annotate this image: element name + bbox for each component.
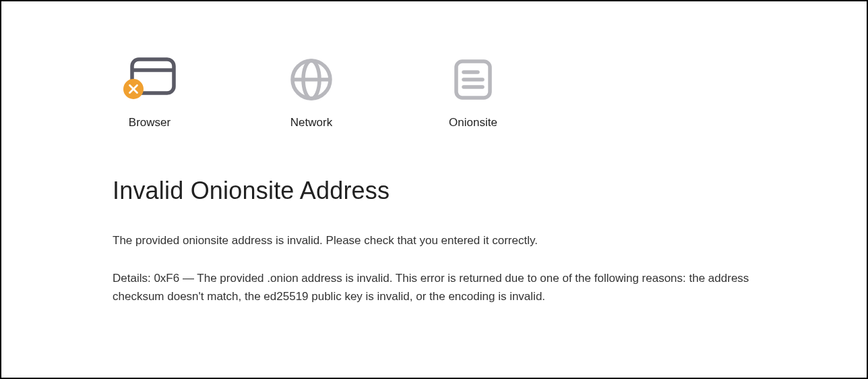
document-icon bbox=[451, 55, 495, 104]
browser-icon bbox=[123, 55, 177, 104]
status-icon-row: Browser Network Onionsite bbox=[113, 55, 759, 129]
onionsite-status: Onionsite bbox=[436, 55, 510, 129]
browser-status: Browser bbox=[113, 55, 187, 129]
network-status: Network bbox=[274, 55, 348, 129]
error-title: Invalid Onionsite Address bbox=[113, 177, 759, 205]
browser-label: Browser bbox=[129, 116, 170, 129]
onionsite-label: Onionsite bbox=[449, 116, 497, 129]
network-label: Network bbox=[290, 116, 332, 129]
error-message: The provided onionsite address is invali… bbox=[113, 232, 759, 250]
globe-icon bbox=[288, 55, 335, 104]
error-details: Details: 0xF6 — The provided .onion addr… bbox=[113, 270, 759, 305]
